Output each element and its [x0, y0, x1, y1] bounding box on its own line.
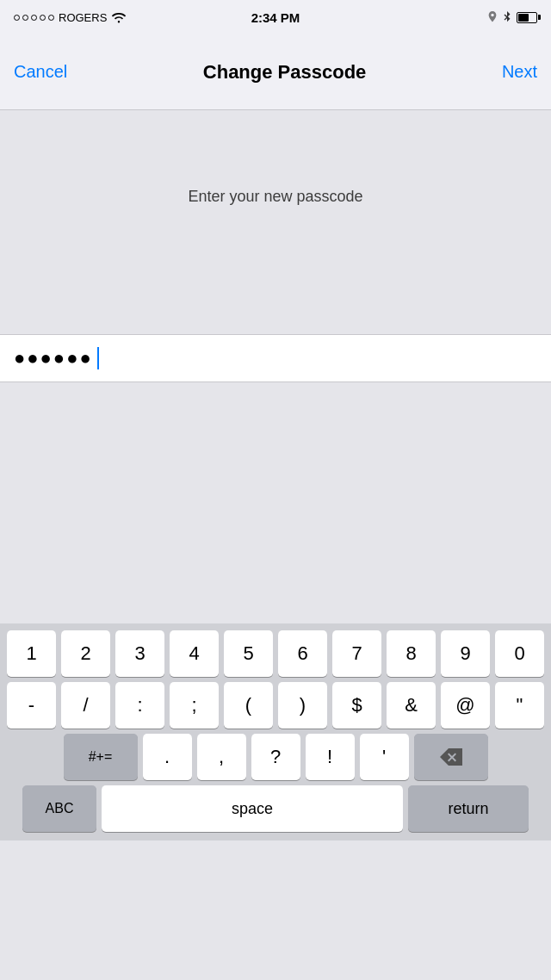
- key-3[interactable]: 3: [115, 630, 164, 677]
- keyboard-row-bottom: ABC space return: [3, 785, 548, 832]
- key-quote[interactable]: ": [495, 682, 544, 729]
- key-ampersand[interactable]: &: [387, 682, 436, 729]
- status-right: [487, 11, 537, 23]
- page-title: Change Passcode: [67, 61, 502, 84]
- keyboard-row-1: 1 2 3 4 5 6 7 8 9 0: [3, 630, 548, 677]
- key-open-paren[interactable]: (: [224, 682, 273, 729]
- gray-spacer: [0, 382, 551, 623]
- key-6[interactable]: 6: [278, 630, 327, 677]
- location-icon: [487, 11, 498, 23]
- key-period[interactable]: .: [143, 734, 192, 780]
- key-semicolon[interactable]: ;: [170, 682, 219, 729]
- navigation-bar: Cancel Change Passcode Next: [0, 34, 551, 110]
- key-colon[interactable]: :: [115, 682, 164, 729]
- passcode-prompt: Enter your new passcode: [188, 188, 362, 206]
- key-question[interactable]: ?: [251, 734, 300, 780]
- key-9[interactable]: 9: [441, 630, 490, 677]
- text-cursor: [97, 347, 99, 369]
- key-2[interactable]: 2: [61, 630, 110, 677]
- key-comma[interactable]: ,: [197, 734, 246, 780]
- status-left: ROGERS: [14, 11, 127, 24]
- keyboard-row-2: - / : ; ( ) $ & @ ": [3, 682, 548, 729]
- key-backspace[interactable]: [414, 734, 488, 780]
- clock: 2:34 PM: [251, 10, 300, 25]
- keyboard-row-3: #+= . , ? ! ': [3, 734, 548, 780]
- key-dollar[interactable]: $: [332, 682, 381, 729]
- key-exclaim[interactable]: !: [306, 734, 355, 780]
- key-1[interactable]: 1: [7, 630, 56, 677]
- passcode-field[interactable]: ●●●●●●: [14, 347, 99, 369]
- key-hashtag-plus-equals[interactable]: #+=: [64, 734, 138, 780]
- key-dash[interactable]: -: [7, 682, 56, 729]
- key-0[interactable]: 0: [495, 630, 544, 677]
- battery-icon: [517, 12, 537, 23]
- key-apostrophe[interactable]: ': [360, 734, 409, 780]
- key-close-paren[interactable]: ): [278, 682, 327, 729]
- next-button[interactable]: Next: [502, 55, 537, 89]
- content-area: Enter your new passcode: [0, 110, 551, 334]
- key-return[interactable]: return: [408, 785, 529, 832]
- bluetooth-icon: [503, 11, 511, 23]
- cancel-button[interactable]: Cancel: [14, 55, 67, 89]
- key-at[interactable]: @: [441, 682, 490, 729]
- passcode-dots-display: ●●●●●●: [14, 347, 93, 369]
- signal-icon: [14, 15, 54, 21]
- key-slash[interactable]: /: [61, 682, 110, 729]
- key-space[interactable]: space: [102, 785, 403, 832]
- key-7[interactable]: 7: [332, 630, 381, 677]
- key-abc[interactable]: ABC: [22, 785, 96, 832]
- carrier-name: ROGERS: [59, 11, 107, 24]
- status-bar: ROGERS 2:34 PM: [0, 0, 551, 34]
- passcode-input-row[interactable]: ●●●●●●: [0, 334, 551, 382]
- key-4[interactable]: 4: [170, 630, 219, 677]
- wifi-icon: [111, 11, 127, 23]
- key-8[interactable]: 8: [387, 630, 436, 677]
- keyboard: 1 2 3 4 5 6 7 8 9 0 - / : ; ( ) $ & @ " …: [0, 623, 551, 840]
- key-5[interactable]: 5: [224, 630, 273, 677]
- backspace-icon: [440, 748, 462, 766]
